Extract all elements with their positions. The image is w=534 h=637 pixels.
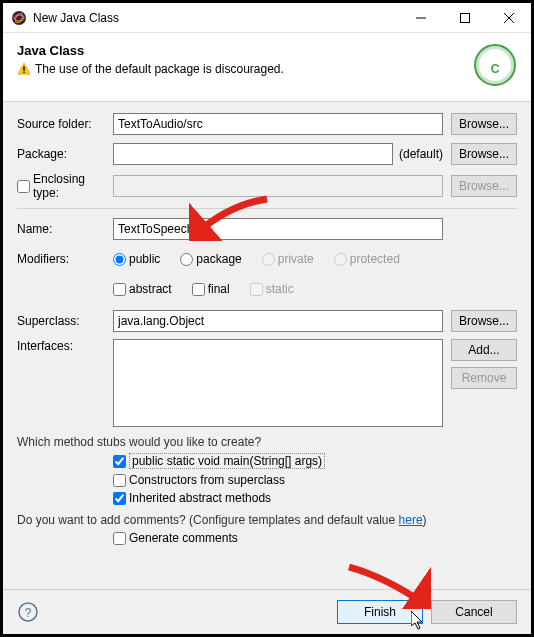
- minimize-button[interactable]: [399, 3, 443, 33]
- package-input[interactable]: [113, 143, 393, 165]
- warning-icon: [17, 62, 31, 76]
- window-title: New Java Class: [33, 11, 399, 25]
- configure-templates-link[interactable]: here: [399, 513, 423, 527]
- maximize-button[interactable]: [443, 3, 487, 33]
- source-folder-label: Source folder:: [17, 117, 113, 131]
- stub-constructors-checkbox[interactable]: Constructors from superclass: [113, 473, 517, 487]
- stub-main-checkbox[interactable]: public static void main(String[] args): [113, 453, 517, 469]
- separator: [17, 208, 517, 209]
- banner: Java Class The use of the default packag…: [3, 33, 531, 102]
- cancel-button[interactable]: Cancel: [431, 600, 517, 624]
- modifier-final-checkbox[interactable]: final: [192, 282, 230, 296]
- close-button[interactable]: [487, 3, 531, 33]
- interfaces-remove-button: Remove: [451, 367, 517, 389]
- enclosing-type-input: [113, 175, 443, 197]
- package-label: Package:: [17, 147, 113, 161]
- method-stubs-question: Which method stubs would you like to cre…: [17, 435, 517, 449]
- modifier-package-radio[interactable]: package: [180, 252, 241, 266]
- mouse-cursor-icon: [411, 611, 425, 631]
- banner-warning-text: The use of the default package is discou…: [35, 62, 284, 76]
- name-label: Name:: [17, 222, 113, 236]
- name-input[interactable]: [113, 218, 443, 240]
- modifier-public-radio[interactable]: public: [113, 252, 160, 266]
- enclosing-type-browse-button: Browse...: [451, 175, 517, 197]
- modifier-private-radio: private: [262, 252, 314, 266]
- source-folder-input[interactable]: [113, 113, 443, 135]
- svg-rect-7: [23, 66, 24, 70]
- titlebar: New Java Class: [3, 3, 531, 33]
- comments-question: Do you want to add comments? (Configure …: [17, 513, 517, 527]
- banner-heading: Java Class: [17, 43, 473, 58]
- source-folder-browse-button[interactable]: Browse...: [451, 113, 517, 135]
- superclass-label: Superclass:: [17, 314, 113, 328]
- interfaces-listbox[interactable]: [113, 339, 443, 427]
- superclass-browse-button[interactable]: Browse...: [451, 310, 517, 332]
- modifier-protected-radio: protected: [334, 252, 400, 266]
- stub-inherited-checkbox[interactable]: Inherited abstract methods: [113, 491, 517, 505]
- svg-rect-4: [461, 13, 470, 22]
- modifiers-label: Modifiers:: [17, 252, 113, 266]
- svg-text:C: C: [491, 62, 500, 76]
- interfaces-add-button[interactable]: Add...: [451, 339, 517, 361]
- superclass-input[interactable]: [113, 310, 443, 332]
- modifier-static-checkbox: static: [250, 282, 294, 296]
- modifier-abstract-checkbox[interactable]: abstract: [113, 282, 172, 296]
- svg-rect-8: [23, 72, 24, 73]
- package-browse-button[interactable]: Browse...: [451, 143, 517, 165]
- generate-comments-checkbox[interactable]: Generate comments: [113, 531, 517, 545]
- class-wizard-icon: C: [473, 43, 517, 87]
- interfaces-label: Interfaces:: [17, 339, 113, 353]
- enclosing-type-checkbox[interactable]: Enclosing type:: [17, 172, 113, 200]
- help-icon[interactable]: ?: [17, 601, 39, 623]
- eclipse-icon: [11, 10, 27, 26]
- package-default-label: (default): [399, 147, 443, 161]
- svg-text:?: ?: [25, 606, 32, 620]
